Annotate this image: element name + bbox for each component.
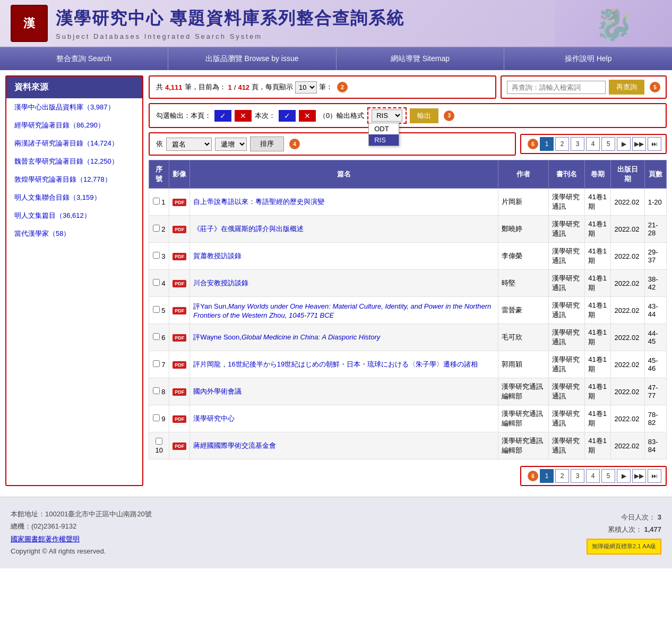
export-button[interactable]: 輸出 (410, 108, 438, 123)
sidebar-item-lianghan[interactable]: 兩漢諸子研究論著目錄（14,724） (6, 134, 142, 152)
title-link[interactable]: 評Wayne Soon,Global Medicine in China: A … (193, 333, 380, 341)
row-checkbox[interactable] (156, 438, 162, 445)
sidebar: 資料來源 漢學中心出版品資料庫（3,987） 經學研究論著目錄（86,290） … (5, 75, 143, 486)
title-link[interactable]: 漢學研究中心 (193, 414, 235, 422)
title-link[interactable]: 川合安教授訪談錄 (193, 279, 248, 287)
row-title: 評片岡龍，16世紀後半から19世紀はじめの朝鮮・日本・琉球における〈朱子學〉遷移… (190, 351, 498, 378)
row-author: 漢學研究通訊編輯部 (498, 378, 548, 405)
row-checkbox[interactable] (153, 333, 160, 340)
row-date: 2022.02 (611, 270, 644, 297)
row-checkbox[interactable] (153, 279, 160, 286)
nav-item-browse[interactable]: 出版品瀏覽 Browse by issue (168, 48, 337, 70)
nav-item-help[interactable]: 操作說明 Help (504, 48, 672, 70)
sidebar-item-dunhuang[interactable]: 敦煌學研究論著目錄（12,778） (6, 171, 142, 189)
row-pages: 44-45 (644, 324, 666, 351)
page-last1-top[interactable]: ▶▶ (632, 137, 646, 151)
table-row: 5 PDF 評Yan Sun,Many Worlds under One Hea… (149, 297, 667, 324)
row-volume: 41卷1期 (585, 405, 611, 432)
zero-label: （0）輸出格式 (319, 111, 364, 121)
nav-item-sitemap[interactable]: 網站導覽 Sitemap (337, 48, 505, 70)
row-pages: 78-82 (644, 405, 666, 432)
row-title: 自上帝說粵語以來：粵語聖經的歷史與演變 (190, 189, 498, 216)
sidebar-item-dangdai[interactable]: 當代漢學家（58） (6, 225, 142, 243)
page-next-top[interactable]: ▶ (617, 137, 631, 151)
slash: / (234, 83, 236, 91)
nav-item-search[interactable]: 整合查詢 Search (0, 48, 168, 70)
row-num: 7 (149, 351, 169, 378)
row-checkbox[interactable] (153, 414, 160, 421)
title-link[interactable]: 賀蕭教授訪談錄 (193, 252, 242, 260)
page-5-bottom[interactable]: 5 (601, 469, 615, 483)
sidebar-item-mingwen[interactable]: 明人文集聯合目錄（3,159） (6, 189, 142, 207)
page-2-bottom[interactable]: 2 (555, 469, 569, 483)
sidebar-item-mingpian[interactable]: 明人文集篇目（36,612） (6, 207, 142, 225)
page-1-top[interactable]: 1 (540, 137, 554, 151)
row-checkbox[interactable] (153, 252, 160, 259)
search-bar: 再查詢 5 (501, 75, 667, 99)
pdf-icon[interactable]: PDF (173, 253, 186, 260)
pdf-icon[interactable]: PDF (173, 307, 186, 314)
sidebar-item-hanxue[interactable]: 漢學中心出版品資料庫（3,987） (6, 98, 142, 116)
sidebar-item-jingxue[interactable]: 經學研究論著目錄（86,290） (6, 116, 142, 134)
pdf-icon[interactable]: PDF (173, 334, 186, 342)
row-checkbox[interactable] (153, 225, 160, 232)
page-5-top[interactable]: 5 (601, 137, 615, 151)
page-3-top[interactable]: 3 (571, 137, 584, 151)
per-page-select[interactable]: 10 20 50 (295, 81, 317, 93)
pdf-icon[interactable]: PDF (173, 443, 186, 450)
row-checkbox[interactable] (153, 387, 160, 394)
sidebar-item-weijin[interactable]: 魏晉玄學研究論著目錄（12,250） (6, 152, 142, 171)
col-img: 影像 (169, 160, 190, 189)
uncheck-page-button[interactable]: ✕ (235, 110, 252, 122)
page-next-bottom[interactable]: ▶ (617, 469, 631, 483)
title-link[interactable]: 《莊子》在俄羅斯的譯介與出版概述 (193, 225, 304, 233)
pdf-icon[interactable]: PDF (173, 415, 186, 423)
title-link[interactable]: 評片岡龍，16世紀後半から19世紀はじめの朝鮮・日本・琉球における〈朱子學〉遷移… (193, 360, 478, 368)
page-2-top[interactable]: 2 (555, 137, 569, 151)
sort-field-select[interactable]: 篇名 作者 出版日期 (166, 138, 212, 151)
main-content: 資料來源 漢學中心出版品資料庫（3,987） 經學研究論著目錄（86,290） … (0, 70, 672, 491)
title-link[interactable]: 評Yan Sun,Many Worlds under One Heaven: M… (193, 302, 491, 319)
top-row: 共 4,111 筆，目前為： 1 / 412 頁，每頁顯示 10 20 50 筆… (149, 75, 667, 99)
check-page-button[interactable]: ✓ (214, 110, 231, 122)
row-title: 賀蕭教授訪談錄 (190, 243, 498, 270)
sort-by-label: 依 (156, 139, 163, 149)
format-select[interactable]: RIS ODT (372, 109, 402, 122)
title-link[interactable]: 國內外學術會議 (193, 387, 242, 395)
search-button[interactable]: 再查詢 (609, 80, 644, 95)
pdf-icon[interactable]: PDF (173, 226, 186, 233)
pdf-icon[interactable]: PDF (173, 388, 186, 396)
page-3-bottom[interactable]: 3 (571, 469, 584, 483)
col-author: 作者 (498, 160, 548, 189)
row-author: 雷晉豪 (498, 297, 548, 324)
page-last2-bottom[interactable]: ⏭ (648, 469, 661, 483)
page-4-bottom[interactable]: 4 (586, 469, 600, 483)
check-all-button[interactable]: ✓ (279, 110, 296, 122)
row-pdf: PDF (169, 270, 190, 297)
sort-order-select[interactable]: 遞增 遞減 (215, 138, 247, 151)
title-link[interactable]: 自上帝說粵語以來：粵語聖經的歷史與演變 (193, 198, 324, 206)
page-last1-bottom[interactable]: ▶▶ (632, 469, 646, 483)
row-date: 2022.02 (611, 378, 644, 405)
row-pages: 83-84 (644, 432, 666, 460)
row-pages: 47-77 (644, 378, 666, 405)
format-odt[interactable]: ODT (369, 123, 399, 134)
row-checkbox[interactable] (153, 360, 160, 367)
row-checkbox[interactable] (153, 198, 160, 205)
row-journal: 漢學研究通訊 (548, 324, 585, 351)
page-4-top[interactable]: 4 (586, 137, 600, 151)
format-ris[interactable]: RIS (369, 134, 399, 146)
pdf-icon[interactable]: PDF (173, 280, 186, 287)
search-input[interactable] (507, 81, 606, 94)
page-1-bottom[interactable]: 1 (540, 469, 554, 483)
row-author: 時堅 (498, 270, 548, 297)
pdf-icon[interactable]: PDF (173, 361, 186, 369)
row-pdf: PDF (169, 351, 190, 378)
uncheck-all-button[interactable]: ✕ (299, 110, 316, 122)
page-last2-top[interactable]: ⏭ (648, 137, 661, 151)
row-checkbox[interactable] (153, 306, 160, 313)
sort-button[interactable]: 排序 (250, 137, 284, 151)
pdf-icon[interactable]: PDF (173, 199, 186, 206)
footer-copyright-label[interactable]: 國家圖書館著作權聲明 (11, 533, 152, 545)
title-link[interactable]: 蔣經國國際學術交流基金會 (193, 441, 276, 449)
